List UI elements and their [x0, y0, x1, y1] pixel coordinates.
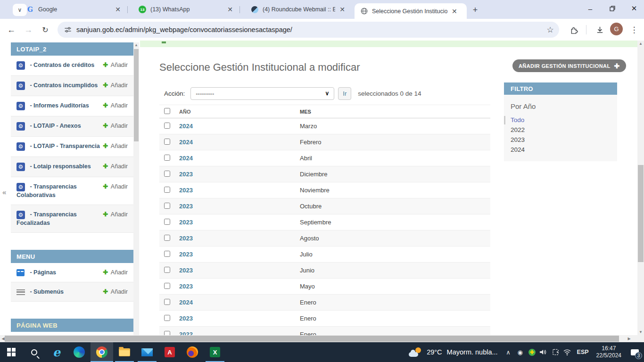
row-checkbox[interactable] [164, 187, 170, 193]
horizontal-scrollbar-thumb[interactable] [5, 336, 619, 342]
address-bar[interactable]: sanjuan.gob.ec/admin/pkg_webpage/convoca… [58, 22, 559, 38]
window-restore-button[interactable] [603, 0, 622, 17]
sidebar-item-label[interactable]: - Informes Auditorías [28, 102, 89, 109]
taskbar-mail-button[interactable] [136, 342, 158, 362]
add-link[interactable]: ✚ Añadir [103, 61, 128, 69]
window-minimize-button[interactable]: – [581, 0, 600, 17]
sidebar-item-label[interactable]: - Contratos de créditos [28, 62, 94, 68]
sidebar-item-label[interactable]: - LOTAIP - Anexos [28, 123, 81, 129]
profile-avatar[interactable]: G [610, 23, 623, 35]
tab-google[interactable]: G Google ✕ [21, 0, 126, 19]
forward-icon[interactable]: → [22, 23, 35, 36]
row-checkbox[interactable] [164, 203, 170, 209]
extensions-puzzle-icon[interactable] [567, 23, 581, 36]
scroll-right-icon[interactable]: ▶ [626, 335, 632, 342]
column-header-month[interactable]: MES [300, 109, 490, 115]
reload-icon[interactable]: ↻ [39, 23, 52, 36]
sidebar-scrollbar[interactable]: ▲ [133, 42, 139, 335]
add-link[interactable]: ✚ Añadir [103, 269, 128, 276]
sidebar-item-label[interactable]: - Submenús [28, 288, 64, 295]
row-checkbox[interactable] [164, 155, 170, 161]
download-icon[interactable] [593, 23, 607, 36]
year-link[interactable]: 2024 [179, 123, 193, 130]
tab-close-icon[interactable]: ✕ [452, 8, 457, 15]
sidebar-item[interactable]: ✚ Añadir⚙ - Lotaip responsables [11, 157, 133, 177]
filter-option-2022[interactable]: 2022 [504, 125, 617, 135]
sidebar-item-label[interactable]: - Transparencias Focalizadas [17, 211, 77, 226]
sidebar-item[interactable]: ✚ Añadir⚙ - LOTAIP - Anexos [11, 116, 133, 137]
sidebar-item-label[interactable]: - Páginas [28, 269, 56, 276]
year-link[interactable]: 2023 [179, 315, 193, 322]
tab-close-icon[interactable]: ✕ [227, 6, 233, 13]
taskbar-search-button[interactable] [23, 342, 45, 362]
year-link[interactable]: 2023 [179, 251, 193, 258]
sidebar-item[interactable]: ✚ Añadir - Páginas [11, 263, 133, 282]
sidebar-item[interactable]: ✚ Añadir⚙ - Transparencias Focalizadas [11, 205, 133, 233]
taskbar-firefox-button[interactable] [181, 342, 204, 362]
start-button[interactable] [0, 342, 23, 362]
taskbar-explorer-button[interactable] [113, 342, 136, 362]
site-settings-icon[interactable] [64, 26, 72, 33]
go-button[interactable]: Ir [338, 87, 351, 100]
sidebar-item-label[interactable]: - Transparencias Colaborativas [17, 183, 77, 198]
sidebar-item[interactable]: ✚ Añadir⚙ - Informes Auditorías [11, 96, 133, 116]
add-link[interactable]: ✚ Añadir [103, 142, 128, 150]
filter-option-2023[interactable]: 2023 [504, 135, 617, 145]
taskbar-edge-button[interactable] [68, 342, 91, 362]
page-horizontal-scrollbar[interactable]: ◀ ▶ [0, 335, 637, 342]
tray-expand-chevron-icon[interactable]: ∧ [503, 342, 514, 362]
scroll-down-icon[interactable]: ▼ [637, 329, 644, 335]
bookmark-star-icon[interactable]: ☆ [543, 23, 557, 36]
taskbar-chrome-button[interactable] [91, 342, 113, 362]
add-link[interactable]: ✚ Añadir [103, 82, 128, 89]
sidebar-item[interactable]: ✚ Añadir⚙ - Transparencias Colaborativas [11, 177, 133, 205]
row-checkbox[interactable] [164, 315, 170, 321]
row-checkbox[interactable] [164, 299, 170, 305]
taskbar-ie-button[interactable]: e [45, 342, 68, 362]
year-link[interactable]: 2023 [179, 171, 193, 178]
volume-icon[interactable] [538, 342, 550, 362]
year-link[interactable]: 2023 [179, 283, 193, 290]
year-link[interactable]: 2023 [179, 235, 193, 242]
taskbar-acrobat-button[interactable]: A [158, 342, 181, 362]
year-link[interactable]: 2023 [179, 187, 193, 194]
sidebar-item[interactable]: ✚ Añadir⚙ - LOTAIP - Transparencia [11, 137, 133, 157]
add-link[interactable]: ✚ Añadir [103, 122, 128, 130]
window-close-button[interactable]: ✕ [625, 0, 644, 17]
select-all-checkbox[interactable] [164, 108, 170, 114]
row-checkbox[interactable] [164, 267, 170, 273]
tab-whatsapp[interactable]: 13 (13) WhatsApp ✕ [133, 0, 239, 19]
back-icon[interactable]: ← [5, 23, 18, 36]
cast-icon[interactable] [550, 342, 561, 362]
year-link[interactable]: 2024 [179, 299, 193, 306]
action-select[interactable]: --------- ∨ [190, 87, 334, 100]
record-icon[interactable]: ◉ [514, 342, 526, 362]
page-vertical-scrollbar[interactable]: ▲ ▼ [637, 41, 644, 335]
taskbar-excel-button[interactable]: X [204, 342, 226, 362]
add-link[interactable]: ✚ Añadir [103, 211, 128, 218]
add-link[interactable]: ✚ Añadir [103, 183, 128, 190]
sidebar-item[interactable]: ✚ Añadir⚙ - Contratos incumplidos [11, 76, 133, 96]
row-checkbox[interactable] [164, 251, 170, 257]
browser-menu-icon[interactable]: ⋮ [627, 23, 641, 36]
add-link[interactable]: ✚ Añadir [103, 163, 128, 170]
tab-active-gestion[interactable]: Seleccione Gestión Institucional ✕ [355, 3, 467, 19]
weather-widget[interactable]: 29°C Mayorm. nubla... [404, 347, 502, 357]
add-link[interactable]: ✚ Añadir [103, 102, 128, 109]
add-link[interactable]: ✚ Añadir [103, 288, 128, 296]
year-link[interactable]: 2024 [179, 139, 193, 146]
year-link[interactable]: 2023 [179, 267, 193, 274]
sidebar-item-label[interactable]: - Contratos incumplidos [28, 82, 98, 89]
row-checkbox[interactable] [164, 139, 170, 145]
row-checkbox[interactable] [164, 123, 170, 129]
tab-roundcube[interactable]: (4) Roundcube Webmail :: Entra ✕ [245, 0, 351, 19]
sidebar-item-label[interactable]: - Lotaip responsables [28, 163, 91, 170]
row-checkbox[interactable] [164, 171, 170, 177]
row-checkbox[interactable] [164, 235, 170, 241]
notification-center-button[interactable]: 3 [625, 342, 644, 362]
tab-close-icon[interactable]: ✕ [339, 6, 345, 13]
add-gestion-button[interactable]: AÑADIR GESTIÓN INSTITUCIONAL ✚ [512, 59, 626, 72]
filter-option-todo[interactable]: Todo [504, 115, 617, 125]
scroll-up-icon[interactable]: ▲ [637, 41, 644, 47]
row-checkbox[interactable] [164, 219, 170, 225]
